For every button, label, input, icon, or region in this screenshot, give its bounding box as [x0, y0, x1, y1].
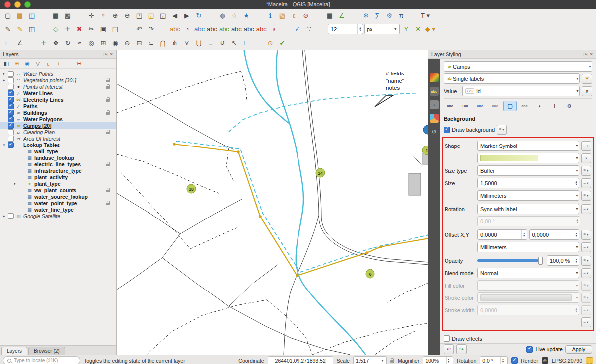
data-defined-override-button[interactable]: ≡▼ — [581, 317, 591, 327]
annotation-toolbar-dropdown[interactable]: T ▾ — [420, 10, 431, 20]
layer-visibility-checkbox[interactable] — [8, 142, 14, 148]
zoom-full-extent-icon[interactable]: ◰ — [134, 10, 145, 20]
layer-visibility-checkbox[interactable] — [8, 77, 14, 83]
copy-move-feature-icon[interactable]: ❖ — [50, 38, 61, 48]
remove-layer-icon[interactable]: ⊟ — [75, 60, 84, 68]
size-unit-combo[interactable]: px▼ — [364, 24, 400, 34]
draw-effects-checkbox[interactable] — [444, 335, 450, 342]
tab-rendering[interactable]: ⚙ — [563, 101, 576, 111]
construction-mode-icon[interactable]: ∠ — [14, 38, 25, 48]
log-messages-icon[interactable] — [586, 357, 593, 364]
undo-icon[interactable]: ↶ — [134, 24, 145, 34]
data-defined-override-button[interactable]: ≡▼ — [581, 230, 591, 240]
layer-row[interactable]: ∕ Water Lines — [0, 90, 116, 96]
copy-features-icon[interactable]: ▣ — [98, 24, 109, 34]
zoom-last-icon[interactable]: ◀ — [169, 10, 180, 20]
layer-row[interactable]: ▸ ∴ Water Points — [0, 71, 116, 77]
tab-callouts[interactable]: ◖ — [533, 101, 546, 111]
paste-features-icon[interactable]: ▤ — [110, 24, 121, 34]
blend-mode-combo[interactable]: Normal▼ — [477, 268, 579, 278]
merge-features-icon[interactable]: ⋃ — [193, 38, 204, 48]
layer-visibility-checkbox[interactable] — [8, 97, 14, 103]
processing-toolbox-icon[interactable]: ⚙ — [384, 10, 395, 20]
style-redo-button[interactable]: ↷ — [456, 344, 467, 354]
data-defined-override-button[interactable]: ≡▼ — [581, 178, 591, 188]
cut-features-icon[interactable]: ✂ — [86, 24, 97, 34]
label-value-combo[interactable]: 123id▼ — [462, 86, 580, 96]
offset-point-symbols-icon[interactable]: ↖ — [229, 38, 240, 48]
spin-steppers[interactable]: ▲▼ — [574, 230, 579, 239]
zoom-in-icon[interactable]: ⊕ — [110, 10, 121, 20]
save-project-icon[interactable]: ◫ — [26, 10, 37, 20]
layer-row[interactable]: ▦ water_source_lookup — [0, 193, 116, 200]
layer-row[interactable]: ▦ landuse_lookup — [0, 154, 116, 161]
tracing-icon[interactable]: ∵ — [304, 24, 315, 34]
size-spinbox[interactable]: 1,5000▲▼ — [477, 178, 579, 188]
new-spatial-bookmark-icon[interactable]: ☆ — [229, 10, 240, 20]
pan-map-icon[interactable]: ✛ — [86, 10, 97, 20]
size-unit-combo[interactable]: Millimeters▼ — [477, 190, 579, 201]
layer-row[interactable]: ▾ Lookup Tables — [0, 142, 116, 148]
layer-row[interactable]: ▰ Camps [20] — [0, 122, 116, 129]
delete-selected-icon[interactable]: ✖ — [74, 24, 85, 34]
layer-row[interactable]: ▱ Clearing Plan — [0, 129, 116, 135]
y-constraint-icon[interactable]: Y — [401, 24, 412, 34]
opacity-slider[interactable] — [477, 259, 543, 262]
add-ring-icon[interactable]: ◎ — [86, 38, 97, 48]
layer-row[interactable]: ▱ Area Of Interest — [0, 135, 116, 142]
layer-visibility-checkbox[interactable] — [8, 136, 14, 142]
offset-unit-combo[interactable]: Millimeters▼ — [477, 242, 579, 252]
style-undo-button[interactable]: ↶ — [444, 344, 454, 354]
new-print-layout-icon[interactable]: ▦ — [50, 10, 61, 20]
mask-tab-icon[interactable]: ◖ — [430, 100, 439, 109]
draw-background-checkbox[interactable] — [444, 127, 450, 133]
map-canvas[interactable]: 181461 # fields "name" notes — [117, 50, 428, 355]
expand-arrow-icon[interactable]: ▸ — [2, 72, 6, 76]
data-defined-override-button[interactable]: ≡▼ — [581, 191, 591, 201]
change-label-properties-icon[interactable]: abc — [256, 24, 267, 34]
layer-visibility-checkbox[interactable] — [8, 90, 14, 96]
labels-tab-icon[interactable]: abc — [430, 87, 439, 96]
crs-status[interactable]: EPSG:20790 — [552, 358, 582, 364]
expand-arrow-icon[interactable]: ▸ — [13, 182, 17, 186]
current-edits-icon[interactable]: ✎ — [2, 24, 13, 34]
zoom-out-icon[interactable]: ⊖ — [122, 10, 133, 20]
split-features-icon[interactable]: ⋔ — [169, 38, 180, 48]
history-tab-icon[interactable]: ↺ — [430, 127, 439, 136]
deselect-all-icon[interactable]: ⊘ — [300, 10, 311, 20]
spin-steppers[interactable]: ▲▼ — [500, 357, 505, 364]
move-diagram-icon[interactable]: ◑ — [268, 24, 279, 34]
statistical-summary-icon[interactable]: ∑ — [372, 10, 383, 20]
highlight-pinned-labels-icon[interactable]: abc — [194, 24, 205, 34]
camp-marker[interactable]: 1 — [422, 146, 428, 155]
data-defined-override-button[interactable]: ≡▼ — [581, 141, 591, 151]
spin-steppers[interactable]: ▲▼ — [574, 178, 579, 188]
diagrams-tab-icon[interactable] — [430, 114, 439, 123]
add-part-icon[interactable]: ⊞ — [98, 38, 109, 48]
move-label-icon[interactable]: abc — [231, 24, 242, 34]
split-parts-icon[interactable]: ⋎ — [181, 38, 192, 48]
refresh-map-icon[interactable]: ↻ — [193, 10, 204, 20]
redo-icon[interactable]: ↷ — [146, 24, 156, 34]
render-checkbox[interactable] — [511, 357, 518, 364]
slider-handle[interactable] — [538, 257, 543, 265]
vertex-tool-icon[interactable]: ✛ — [62, 24, 73, 34]
layer-labeling-options-icon[interactable]: abc — [169, 24, 181, 34]
opacity-spinbox[interactable]: 100,0 %▲▼ — [547, 255, 579, 266]
stream-digitizing-icon[interactable]: ✓ — [292, 24, 303, 34]
layer-row[interactable]: ▦ water_line_type — [0, 206, 116, 213]
collapse-all-icon[interactable]: − — [65, 60, 74, 68]
undock-panel-icon[interactable]: ◳ — [103, 52, 108, 57]
automated-placement-settings-button[interactable]: ✶ — [582, 74, 592, 84]
data-defined-override-button[interactable]: ≡▼ — [497, 125, 507, 135]
show-hide-labels-icon[interactable]: abc — [219, 24, 230, 34]
expand-arrow-icon[interactable]: ▾ — [2, 143, 6, 147]
coordinate-input[interactable]: 264401.09,271893.52 — [268, 356, 333, 364]
expand-arrow-icon[interactable]: ▸ — [2, 78, 6, 82]
select-features-icon[interactable]: ▧ — [277, 10, 288, 20]
reshape-features-icon[interactable]: ⋂ — [157, 38, 168, 48]
apply-button[interactable]: Apply — [565, 345, 592, 354]
open-project-icon[interactable]: ▤ — [14, 10, 25, 20]
font-size-spinbox[interactable]: 12▲▼ — [328, 24, 363, 34]
temporal-controller-icon[interactable]: ❄ — [360, 10, 371, 20]
